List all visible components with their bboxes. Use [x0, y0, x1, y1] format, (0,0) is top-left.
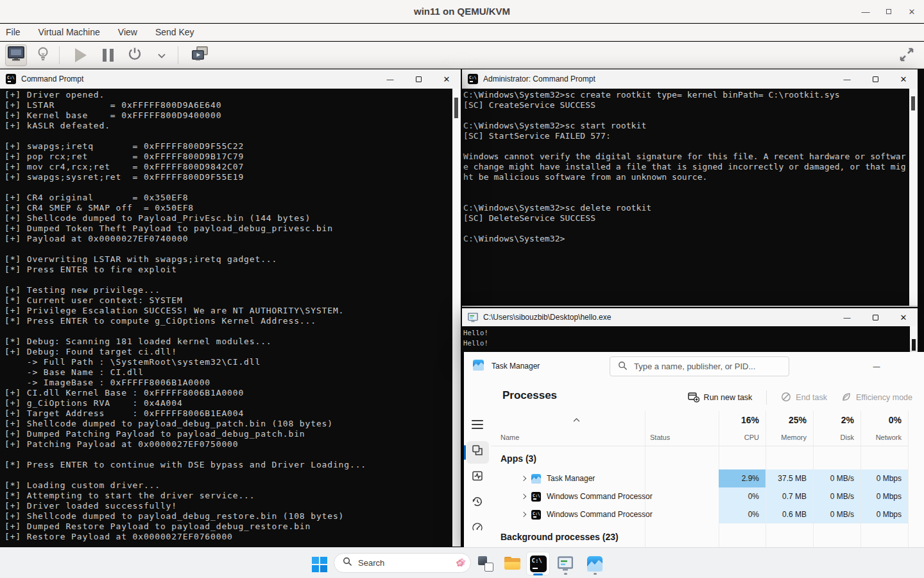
table-header[interactable]: Name Status 16% CPU 25% Memory 2% Disk 0…: [491, 411, 908, 446]
disk-cell: 0 MB/s: [814, 487, 860, 505]
performance-nav-icon[interactable]: [472, 470, 483, 482]
system-tray: ENG FR 9:13 PM 3/18/2026 z: [0, 547, 924, 578]
console-text: C:\Windows\System32>sc create rootkit ty…: [462, 89, 918, 244]
cpu-cell: 2.9%: [719, 469, 766, 487]
sort-chevron-icon: [573, 413, 580, 425]
window-title: Command Prompt: [21, 74, 371, 83]
maximize-button[interactable]: [861, 69, 889, 89]
scrollbar[interactable]: [909, 89, 918, 306]
run-vm-button[interactable]: [70, 44, 92, 66]
minimize-button[interactable]: —: [833, 308, 861, 326]
menu-view[interactable]: View: [109, 24, 146, 40]
hello-exe-window[interactable]: C:\Users\sibouzbib\Desktop\hello.exe — ✕…: [462, 308, 918, 355]
close-button[interactable]: ✕: [889, 69, 918, 89]
window-title: Task Manager: [492, 362, 540, 371]
col-network[interactable]: Network: [860, 434, 902, 441]
console-output[interactable]: Hello! Hello!: [462, 326, 918, 355]
maximize-button[interactable]: [892, 352, 920, 380]
fullscreen-button[interactable]: [896, 45, 918, 67]
network-cell: 0 Mbps: [861, 505, 908, 523]
cpu-total: 16%: [719, 415, 759, 425]
console-app-icon: [468, 313, 478, 322]
efficiency-mode-label: Efficiency mode: [856, 393, 912, 402]
expand-chevron-icon[interactable]: [521, 476, 526, 481]
cmd-icon: C:\: [531, 492, 541, 502]
console-view-button[interactable]: [5, 44, 27, 66]
command-prompt-titlebar[interactable]: C:\ Command Prompt — ✕: [0, 69, 461, 89]
menu-file[interactable]: File: [0, 24, 30, 40]
close-button[interactable]: ✕: [432, 69, 461, 89]
expand-chevron-icon[interactable]: [521, 512, 526, 517]
process-name: Task Manager: [547, 474, 595, 483]
task-manager-search-input[interactable]: Type a name, publisher, or PID...: [610, 356, 789, 376]
cmd-icon: C:\: [531, 510, 541, 520]
col-cpu[interactable]: CPU: [719, 434, 759, 441]
task-manager-icon: [473, 360, 484, 373]
admin-cmd-titlebar[interactable]: C:\ Administrator: Command Prompt — ✕: [462, 69, 918, 89]
vm-maximize-button[interactable]: [882, 4, 896, 19]
process-row[interactable]: Task Manager 2.9% 37.5 MB 0 MB/s 0 Mbps: [491, 469, 908, 487]
command-prompt-window[interactable]: C:\ Command Prompt — ✕ [+] Driver opened…: [0, 69, 461, 547]
actions-divider: [766, 390, 767, 405]
vm-window-title: win11 on QEMU/KVM: [414, 6, 510, 17]
col-status[interactable]: Status: [650, 434, 670, 441]
menu-send-key[interactable]: Send Key: [146, 24, 203, 40]
task-manager-icon: [531, 474, 541, 484]
run-new-task-button[interactable]: Run new task: [688, 391, 753, 405]
accent-pill: [464, 445, 466, 460]
startup-apps-nav-icon[interactable]: [472, 521, 483, 533]
admin-command-prompt-window[interactable]: C:\ Administrator: Command Prompt — ✕ C:…: [462, 69, 918, 307]
process-row[interactable]: C:\ Windows Command Processor 0% 0.6 MB …: [491, 505, 908, 523]
play-icon: [75, 48, 87, 62]
console-text: Hello! Hello!: [462, 326, 918, 348]
console-output[interactable]: [+] Driver opened. [+] LSTAR = 0xFFFFF80…: [0, 89, 461, 547]
console-text: [+] Driver opened. [+] LSTAR = 0xFFFFF80…: [0, 89, 461, 542]
displays-icon: [191, 46, 209, 64]
end-task-label: End task: [796, 393, 827, 402]
efficiency-mode-button[interactable]: Efficiency mode: [841, 392, 912, 404]
search-icon: [618, 361, 628, 372]
task-manager-main: Processes Run new task End task: [491, 380, 924, 547]
processes-nav-icon[interactable]: [472, 444, 483, 456]
monitor-icon: [7, 46, 25, 64]
scrollbar[interactable]: [910, 326, 918, 355]
displays-button[interactable]: [189, 44, 210, 66]
maximize-button[interactable]: [404, 69, 432, 89]
shutdown-vm-button[interactable]: [124, 44, 146, 66]
minimize-button[interactable]: —: [862, 352, 891, 380]
app-history-nav-icon[interactable]: [472, 496, 483, 507]
col-disk[interactable]: Disk: [813, 434, 854, 441]
memory-total: 25%: [766, 415, 807, 425]
vm-menubar: File Virtual Machine View Send Key: [0, 24, 924, 41]
close-button[interactable]: ✕: [889, 308, 918, 326]
vm-close-button[interactable]: ✕: [905, 4, 919, 19]
disk-cell: 0 MB/s: [814, 469, 860, 487]
disk-cell: 0 MB/s: [814, 505, 860, 523]
scrollbar[interactable]: [452, 89, 461, 547]
task-manager-window[interactable]: Task Manager Type a name, publisher, or …: [464, 352, 924, 547]
maximize-button[interactable]: [861, 308, 889, 326]
cmd-icon: C:\: [6, 74, 16, 84]
pause-vm-button[interactable]: [97, 44, 119, 66]
console-output[interactable]: C:\Windows\System32>sc create rootkit ty…: [462, 89, 918, 306]
shutdown-menu-button[interactable]: [151, 44, 173, 66]
hello-exe-titlebar[interactable]: C:\Users\sibouzbib\Desktop\hello.exe — ✕: [462, 308, 918, 326]
network-cell: 0 Mbps: [861, 469, 908, 487]
minimize-button[interactable]: —: [833, 69, 861, 89]
expand-chevron-icon[interactable]: [521, 494, 526, 499]
group-apps[interactable]: Apps (3): [501, 453, 536, 464]
menu-virtual-machine[interactable]: Virtual Machine: [30, 24, 109, 40]
col-memory[interactable]: Memory: [766, 434, 807, 441]
memory-cell: 37.5 MB: [766, 469, 813, 487]
power-icon: [127, 46, 142, 64]
page-title: Processes: [502, 389, 557, 402]
group-background-processes[interactable]: Background processes (23): [501, 532, 619, 542]
hardware-details-button[interactable]: [32, 44, 54, 66]
minimize-button[interactable]: —: [376, 69, 404, 89]
end-task-button[interactable]: End task: [781, 392, 827, 404]
col-name[interactable]: Name: [501, 434, 519, 441]
menu-icon[interactable]: [472, 419, 483, 430]
vm-minimize-button[interactable]: —: [859, 4, 873, 19]
vm-screen: win11 on QEMU/KVM — ✕ File Virtual Machi…: [0, 0, 924, 578]
process-row[interactable]: C:\ Windows Command Processor 0% 0.7 MB …: [491, 487, 908, 505]
